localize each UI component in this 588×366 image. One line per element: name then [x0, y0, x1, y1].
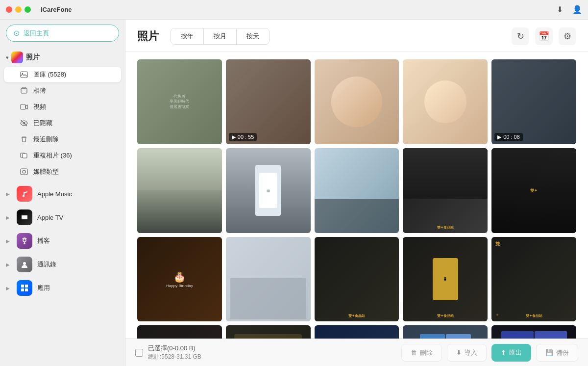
- duplicate-label: 重複相片 (36): [33, 151, 72, 160]
- selection-total: 總計:5528-31.31 GB: [148, 353, 201, 361]
- backup-button[interactable]: 💾 備份: [536, 344, 578, 362]
- sidebar-item-duplicate[interactable]: 重複相片 (36): [4, 148, 121, 163]
- select-all-checkbox[interactable]: [135, 349, 143, 357]
- trash-icon: [20, 135, 28, 144]
- video-cell[interactable]: ▶ 00 : 08: [491, 59, 576, 144]
- photo-cell[interactable]: [315, 325, 399, 339]
- close-button[interactable]: [6, 6, 12, 13]
- maximize-button[interactable]: [24, 6, 31, 13]
- photo-cell[interactable]: [137, 148, 222, 233]
- photo-cell[interactable]: 雙 ✦ 雙✦食品站: [491, 237, 576, 322]
- expand-arrow-contacts-icon: ▶: [6, 262, 10, 267]
- library-label: 圖庫 (5528): [33, 70, 66, 79]
- sidebar-item-apple-music[interactable]: ▶ Apple Music: [0, 182, 125, 206]
- titlebar: iCareFone ⬇ 👤: [0, 0, 588, 20]
- backup-icon: 💾: [545, 349, 553, 356]
- header-actions: ↻ 📅 ⚙: [512, 27, 576, 45]
- photo-cell[interactable]: 🏢: [226, 148, 311, 233]
- refresh-icon[interactable]: ↻: [512, 27, 529, 45]
- main-layout: ⊙ 返回主頁 ▾ 照片 圖庫 (5528): [0, 20, 588, 366]
- selection-count: 已選擇(0-0.00 B): [148, 344, 201, 353]
- photo-cell[interactable]: [315, 59, 399, 144]
- svg-rect-2: [21, 88, 27, 93]
- video-duration-badge-2: ▶ 00 : 08: [494, 133, 523, 141]
- import-label: 導入: [465, 348, 477, 357]
- photo-cell[interactable]: [403, 59, 488, 144]
- photo-cell[interactable]: [315, 148, 399, 233]
- export-button[interactable]: ⬆ 匯出: [491, 344, 531, 362]
- video-play-icon: ▶: [232, 134, 236, 140]
- sidebar-item-media-type[interactable]: 媒體類型: [4, 164, 121, 180]
- sidebar-item-podcasts[interactable]: ▶ 播客: [0, 229, 125, 253]
- photo-cell[interactable]: [226, 237, 311, 322]
- filter-by-month[interactable]: 按月: [204, 28, 237, 44]
- svg-rect-0: [21, 72, 27, 78]
- albums-label: 相簿: [33, 86, 46, 95]
- photo-cell[interactable]: 🎂 Happy Birthday: [137, 237, 222, 322]
- photo-cell[interactable]: 雙✦食品站: [137, 325, 222, 339]
- video-icon: [20, 103, 28, 111]
- svg-text:tv: tv: [24, 216, 26, 219]
- photo-cell[interactable]: [491, 325, 576, 339]
- sidebar-item-hidden[interactable]: 已隱藏: [4, 115, 121, 131]
- sidebar-item-contacts[interactable]: ▶ 通訊錄: [0, 253, 125, 276]
- apps-icon: [17, 280, 32, 296]
- sidebar-item-videos[interactable]: 視頻: [4, 99, 121, 115]
- contacts-icon: [17, 257, 32, 272]
- photo-cell[interactable]: 📱 雙✦食品站: [403, 237, 488, 322]
- photo-cell[interactable]: 雙✦: [226, 325, 311, 339]
- duplicate-icon: [20, 151, 28, 160]
- sidebar-item-apps[interactable]: ▶ 應用: [0, 276, 125, 300]
- titlebar-actions: ⬇ 👤: [555, 5, 582, 15]
- videos-label: 視頻: [33, 103, 46, 111]
- person-icon[interactable]: 👤: [572, 5, 582, 15]
- download-icon[interactable]: ⬇: [555, 5, 564, 15]
- svg-point-10: [23, 170, 25, 173]
- expand-arrow-podcast-icon: ▶: [6, 238, 10, 244]
- svg-rect-9: [21, 169, 27, 175]
- sidebar-item-library[interactable]: 圖庫 (5528): [4, 67, 121, 82]
- app-title: iCareFone: [41, 6, 72, 13]
- expand-arrow-icon: ▶: [6, 191, 10, 197]
- import-button[interactable]: ⬇ 導入: [447, 344, 487, 362]
- selection-info: 已選擇(0-0.00 B) 總計:5528-31.31 GB: [148, 344, 201, 361]
- export-icon: ⬆: [501, 349, 506, 356]
- video-cell[interactable]: ▶ 00 : 55: [226, 59, 311, 144]
- back-icon: ⊙: [13, 28, 20, 38]
- filter-by-year[interactable]: 按年: [171, 28, 204, 44]
- back-button[interactable]: ⊙ 返回主頁: [6, 25, 119, 42]
- sidebar-item-apple-tv[interactable]: ▶ tv Apple TV: [0, 206, 125, 229]
- svg-rect-4: [21, 105, 25, 109]
- video-duration-badge: ▶ 00 : 55: [229, 133, 257, 141]
- photo-grid: 代售所享美好時代僅居唐辯案 ▶ 00 : 55: [137, 59, 576, 339]
- recently-deleted-label: 最近刪除: [33, 135, 59, 144]
- photo-cell[interactable]: [403, 325, 488, 339]
- photos-group-header[interactable]: ▾ 照片: [0, 49, 125, 66]
- media-type-label: 媒體類型: [33, 167, 59, 176]
- export-label: 匯出: [509, 348, 522, 357]
- photo-cell[interactable]: 雙✦: [491, 148, 576, 233]
- photo-cell[interactable]: 雙✦食品站: [403, 148, 488, 233]
- bottom-bar: 已選擇(0-0.00 B) 總計:5528-31.31 GB 🗑 刪除 ⬇ 導入…: [125, 339, 588, 366]
- import-icon: ⬇: [456, 349, 462, 356]
- apple-tv-label: Apple TV: [37, 214, 63, 221]
- photos-group-label: 照片: [26, 53, 40, 62]
- sidebar-item-recently-deleted[interactable]: 最近刪除: [4, 131, 121, 147]
- settings-icon[interactable]: ⚙: [559, 27, 576, 45]
- minimize-button[interactable]: [15, 6, 22, 13]
- sidebar-item-albums[interactable]: 相簿: [4, 83, 121, 99]
- svg-rect-17: [25, 288, 28, 291]
- photo-cell[interactable]: 代售所享美好時代僅居唐辯案: [137, 59, 222, 144]
- sidebar: ⊙ 返回主頁 ▾ 照片 圖庫 (5528): [0, 20, 125, 366]
- photo-cell[interactable]: 雙✦食品站: [315, 237, 399, 322]
- hidden-label: 已隱藏: [33, 119, 52, 128]
- backup-label: 備份: [556, 348, 569, 357]
- calendar-icon[interactable]: 📅: [535, 27, 553, 45]
- expand-arrow-tv-icon: ▶: [6, 215, 10, 220]
- filter-by-day[interactable]: 按天: [237, 28, 269, 44]
- delete-button[interactable]: 🗑 刪除: [401, 344, 442, 362]
- photo-grid-container: 代售所享美好時代僅居唐辯案 ▶ 00 : 55: [125, 52, 588, 339]
- photos-section: ▾ 照片 圖庫 (5528): [0, 47, 125, 182]
- bottom-actions: 🗑 刪除 ⬇ 導入 ⬆ 匯出 💾 備份: [401, 344, 578, 362]
- back-label: 返回主頁: [24, 29, 49, 38]
